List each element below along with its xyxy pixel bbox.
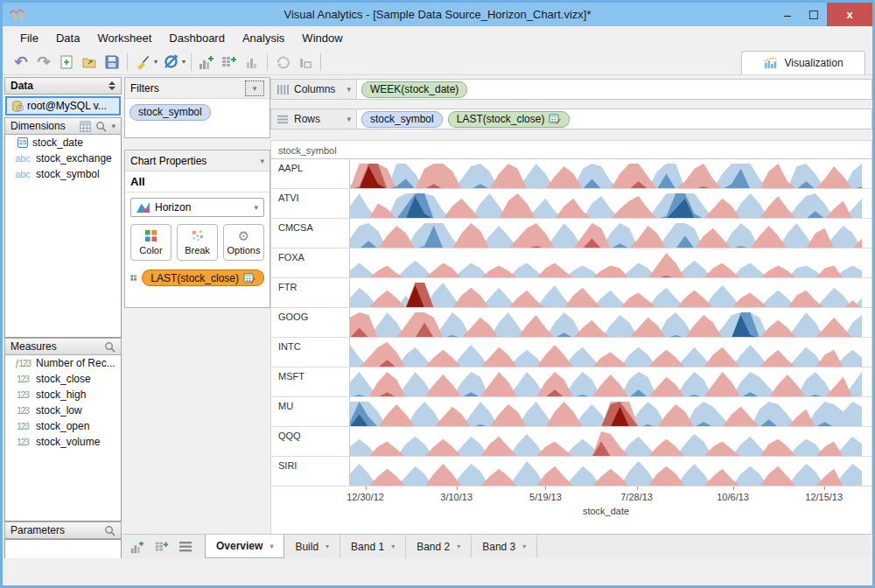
options-button[interactable]: ⚙ Options: [223, 224, 264, 261]
refresh-dropdown-caret[interactable]: ▾: [182, 58, 186, 66]
chart-row: QQQ: [271, 427, 872, 457]
add-crosstab-icon[interactable]: [219, 52, 240, 73]
rows-shelf-label[interactable]: Rows ▾: [271, 109, 357, 129]
horizon-plot[interactable]: [349, 159, 872, 188]
menu-item[interactable]: Dashboard: [160, 28, 234, 48]
scope-label: All: [125, 172, 270, 192]
add-chart-icon[interactable]: [130, 539, 145, 555]
shelf-pill[interactable]: WEEK(stock_date): [361, 81, 467, 98]
horizon-plot[interactable]: [349, 397, 872, 426]
filters-panel: Filters ▾ stock_symbol: [124, 77, 270, 138]
horizon-plot[interactable]: [349, 338, 872, 367]
sheet-tab-caret[interactable]: ▾: [457, 542, 460, 550]
minimize-button[interactable]: –: [774, 8, 801, 22]
new-sheet-icon[interactable]: [56, 52, 77, 73]
measure-field[interactable]: 123 stock_open: [5, 418, 121, 434]
x-tick: [733, 486, 734, 490]
chart-properties-caret[interactable]: ▾: [260, 157, 264, 165]
visualization-tab[interactable]: Visualization: [741, 51, 865, 74]
break-button[interactable]: Break: [177, 224, 218, 261]
close-button[interactable]: x: [827, 3, 872, 26]
horizon-plot[interactable]: [349, 457, 872, 486]
horizon-plot[interactable]: [349, 248, 872, 277]
sheet-tab[interactable]: Band 2 ▾: [406, 535, 472, 558]
measures-header[interactable]: Measures: [4, 338, 122, 355]
menu-item[interactable]: Window: [293, 28, 351, 48]
calculator-icon[interactable]: [243, 273, 256, 284]
measure-field[interactable]: 123 stock_low: [5, 402, 121, 418]
visualization-icon: [763, 56, 779, 70]
columns-caret[interactable]: ▾: [346, 85, 351, 94]
sheet-tab-label: Band 2: [416, 541, 450, 553]
search-icon[interactable]: [95, 121, 107, 132]
color-aesthetic-pill[interactable]: LAST(stock_close): [142, 270, 264, 286]
datasource-item[interactable]: root@MySQL v...: [5, 96, 121, 116]
dimension-field[interactable]: abc stock_symbol: [5, 166, 121, 182]
sheet-tab[interactable]: Overview ▾: [205, 535, 284, 558]
save-icon[interactable]: [102, 52, 122, 73]
collapse-expand-icon[interactable]: [108, 81, 116, 90]
sheet-tab-caret[interactable]: ▾: [522, 542, 526, 550]
field-label: stock_date: [32, 136, 83, 149]
horizon-plot[interactable]: [349, 427, 872, 456]
brush-dropdown-caret[interactable]: ▾: [154, 58, 158, 66]
horizon-plot[interactable]: [349, 219, 872, 248]
chart-row: AAPL: [271, 159, 872, 189]
menu-item[interactable]: Worksheet: [88, 28, 160, 48]
sheet-tab[interactable]: Band 1 ▾: [340, 535, 406, 558]
refresh-icon[interactable]: [160, 52, 181, 73]
datasource-label: root@MySQL v...: [27, 100, 107, 112]
measure-field[interactable]: 123 stock_volume: [5, 434, 121, 450]
filters-dropdown-button[interactable]: ▾: [245, 80, 264, 96]
x-tick-label: 5/19/13: [529, 492, 562, 502]
menu-item[interactable]: Data: [47, 28, 88, 48]
sheet-tab[interactable]: Build ▾: [284, 535, 340, 558]
horizon-plot[interactable]: [349, 308, 872, 337]
measure-field[interactable]: 123 stock_close: [5, 371, 121, 387]
format-brush-icon[interactable]: [132, 52, 153, 73]
window-title: Visual Analytics - [Sample Data Source_H…: [3, 8, 872, 21]
filter-pill[interactable]: stock_symbol: [130, 104, 211, 121]
x-tick: [366, 486, 367, 490]
columns-shelf: Columns ▾ WEEK(stock_date): [270, 79, 872, 100]
add-crosstab-icon[interactable]: [154, 539, 170, 555]
table-icon[interactable]: [80, 121, 91, 132]
field-type-icon: 123: [14, 390, 32, 400]
database-icon: [10, 100, 24, 113]
dimensions-header[interactable]: Dimensions ▾: [4, 117, 122, 135]
search-icon[interactable]: [104, 341, 116, 353]
maximize-button[interactable]: ☐: [801, 8, 827, 22]
dimension-field[interactable]: abc stock_exchange: [5, 150, 121, 166]
horizon-plot[interactable]: [349, 189, 872, 218]
shelf-pill[interactable]: stock_symbol: [361, 111, 443, 128]
dimensions-menu-caret[interactable]: ▾: [111, 122, 116, 130]
undo-icon[interactable]: ↶: [10, 52, 32, 73]
chart-row: FTR: [271, 278, 872, 308]
data-section-header[interactable]: Data: [4, 77, 122, 94]
sheet-tab-caret[interactable]: ▾: [270, 542, 273, 550]
measure-field[interactable]: 123 stock_high: [5, 387, 121, 402]
menu-item[interactable]: File: [11, 28, 47, 48]
color-grid-icon: [130, 271, 136, 284]
add-chart-icon[interactable]: [196, 52, 217, 73]
parameters-header[interactable]: Parameters: [4, 522, 122, 539]
color-button[interactable]: Color: [130, 224, 172, 261]
chart-row: FOXA: [271, 248, 872, 278]
chart-row-label: CMCSA: [271, 219, 349, 248]
sheet-tab-caret[interactable]: ▾: [326, 542, 329, 550]
sheet-list-icon[interactable]: [178, 541, 192, 553]
search-icon[interactable]: [104, 525, 116, 536]
chart-type-select[interactable]: Horizon ▾: [130, 198, 264, 217]
measure-field[interactable]: ƒ123 Number of Rec...: [5, 355, 121, 371]
redo-icon[interactable]: ↷: [33, 52, 54, 73]
open-icon[interactable]: [79, 52, 100, 73]
horizon-plot[interactable]: [349, 278, 872, 307]
sheet-tab-caret[interactable]: ▾: [391, 542, 395, 550]
rows-caret[interactable]: ▾: [346, 115, 351, 123]
dimension-field[interactable]: 15 stock_date: [5, 135, 121, 150]
menu-item[interactable]: Analysis: [234, 28, 293, 48]
shelf-pill[interactable]: LAST(stock_close): [448, 111, 570, 128]
sheet-tab[interactable]: Band 3 ▾: [472, 535, 537, 558]
horizon-plot[interactable]: [349, 368, 872, 396]
columns-shelf-label[interactable]: Columns ▾: [271, 80, 357, 99]
